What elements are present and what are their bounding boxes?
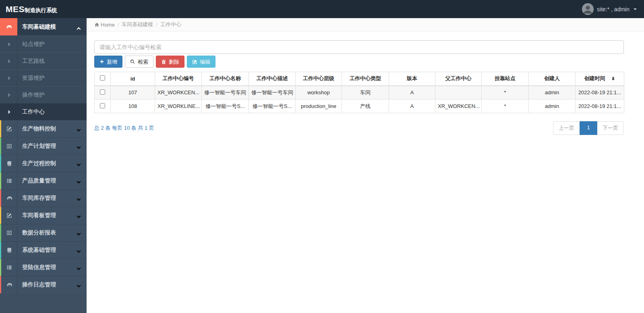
top-navbar: MES制造执行系统 site:* , admin <box>0 0 644 18</box>
col-header-version: 版本 <box>389 72 435 86</box>
sidebar-group-operation-log-management[interactable]: 操作日志管理 <box>0 276 87 293</box>
pagination: 总 2 条 每页 10 条 共 1 页 上一页 1 下一页 <box>94 121 624 135</box>
sidebar-item-label: 工作中心 <box>17 108 87 116</box>
home-icon <box>94 22 99 27</box>
select-all-checkbox[interactable] <box>100 75 105 81</box>
trash-icon <box>161 59 166 64</box>
sidebar-group-login-info-management[interactable]: 登陆信息管理 <box>0 259 87 276</box>
col-header-parent: 父工作中心 <box>435 72 482 86</box>
cell-create-time: 2022-08-19 21:1... <box>576 99 624 113</box>
search-input[interactable] <box>94 40 624 54</box>
add-button-label: 新增 <box>107 59 117 64</box>
row-checkbox[interactable] <box>100 103 105 108</box>
col-header-id: id <box>111 72 155 86</box>
cell-type: 产线 <box>342 99 389 113</box>
app-logo-bold: MES <box>6 4 25 14</box>
edit-button[interactable]: 编辑 <box>187 56 215 68</box>
sidebar-item-label: 资源维护 <box>17 75 87 82</box>
dashboard-icon <box>1 276 17 293</box>
search-button[interactable]: 检索 <box>125 56 153 68</box>
sidebar-item-work-center[interactable]: 工作中心 <box>0 103 87 120</box>
user-menu[interactable]: site:* , admin <box>582 3 637 15</box>
avatar <box>582 3 594 15</box>
breadcrumb-level2: 工作中心 <box>160 21 181 28</box>
delete-button[interactable]: 删除 <box>156 56 184 68</box>
next-page-button[interactable]: 下一页 <box>597 121 624 135</box>
cell-type: 车间 <box>342 86 389 99</box>
sidebar-group-label: 生产计划管理 <box>17 143 77 150</box>
sidebar-group-production-material-control[interactable]: 生产物料控制 <box>0 120 87 137</box>
table-row[interactable]: 108 XR_WORKLINE... 修一智能一号S... 修一智能一号S...… <box>95 99 624 113</box>
search-button-label: 检索 <box>138 59 148 64</box>
edit-icon <box>1 120 17 137</box>
plus-icon <box>99 59 104 64</box>
sidebar-group-system-base-management[interactable]: 系统基础管理 <box>0 241 87 259</box>
sidebar-group-production-process-control[interactable]: 生产过程控制 <box>0 155 87 172</box>
pin-icon[interactable] <box>611 77 615 81</box>
caret-down-icon <box>634 8 637 10</box>
cell-level: production_line <box>296 99 342 113</box>
cell-id: 107 <box>111 86 155 99</box>
sidebar-item-site-maintenance[interactable]: 站点维护 <box>0 35 87 52</box>
content-panel: 新增 检索 删除 编辑 <box>87 31 644 135</box>
page-1-button[interactable]: 1 <box>580 121 597 135</box>
chevron-down-icon <box>77 160 80 167</box>
cell-parent: XR_WORKCEN... <box>435 99 482 113</box>
app-logo-subtitle: 制造执行系统 <box>25 7 57 14</box>
edit-square-icon <box>192 59 197 64</box>
app-logo[interactable]: MES制造执行系统 <box>6 4 57 14</box>
sidebar-item-process-route[interactable]: 工艺路线 <box>0 52 87 69</box>
sidebar-item-operation-maintenance[interactable]: 操作维护 <box>0 86 87 103</box>
chevron-down-icon <box>77 247 80 254</box>
col-header-level: 工作中心层级 <box>296 72 342 86</box>
sidebar-group-workshop-kanban-management[interactable]: 车间看板管理 <box>0 207 87 224</box>
breadcrumb-home[interactable]: Home <box>94 22 115 28</box>
sidebar-group-workshop-inventory-management[interactable]: 车间库存管理 <box>0 189 87 207</box>
col-header-create-time: 创建时间 <box>576 72 624 86</box>
col-header-description: 工作中心描述 <box>249 72 296 86</box>
sidebar-group-label: 登陆信息管理 <box>17 264 77 271</box>
pagination-summary: 总 2 条 每页 10 条 共 1 页 <box>94 121 154 132</box>
row-checkbox[interactable] <box>100 89 105 95</box>
sidebar-group-label: 生产过程控制 <box>17 160 77 167</box>
chevron-down-icon <box>77 212 80 219</box>
cell-version: A <box>389 99 435 113</box>
edit-button-label: 编辑 <box>200 59 210 64</box>
sidebar-group-label: 操作日志管理 <box>17 281 77 288</box>
breadcrumb-separator: / <box>118 22 119 28</box>
breadcrumb-level1[interactable]: 车间基础建模 <box>122 21 153 28</box>
chevron-down-icon <box>77 125 80 133</box>
main-content: Home / 车间基础建模 / 工作中心 新增 检索 删除 编辑 <box>87 18 644 313</box>
col-header-type: 工作中心类型 <box>342 72 389 86</box>
chevron-up-icon <box>77 23 80 31</box>
chevron-right-icon <box>0 104 17 120</box>
sidebar-group-data-analysis-report[interactable]: 数据分析报表 <box>0 224 87 241</box>
chevron-down-icon <box>77 229 80 236</box>
sidebar-group-workshop-base-modeling[interactable]: 车间基础建模 <box>0 18 87 35</box>
chevron-down-icon <box>77 177 80 184</box>
prev-page-button[interactable]: 上一页 <box>553 121 580 135</box>
table-row[interactable]: 107 XR_WORKCEN... 修一智能一号车间 修一智能一号车间 work… <box>95 86 624 99</box>
list-icon <box>1 172 17 189</box>
cell-parent <box>435 86 482 99</box>
columns-icon <box>1 224 17 241</box>
col-header-name: 工作中心名称 <box>202 72 249 86</box>
sidebar-group-label: 车间看板管理 <box>17 212 77 219</box>
sidebar-group-product-quality-management[interactable]: 产品质量管理 <box>0 172 87 189</box>
col-header-station: 挂靠站点 <box>482 72 529 86</box>
columns-icon <box>1 138 17 155</box>
sidebar-item-resource-maintenance[interactable]: 资源维护 <box>0 69 87 86</box>
delete-button-label: 删除 <box>169 59 179 64</box>
cell-station: * <box>482 99 529 113</box>
pagination-controls: 上一页 1 下一页 <box>553 121 624 135</box>
breadcrumb-separator: / <box>156 22 157 28</box>
col-header-code: 工作中心编号 <box>155 72 202 86</box>
add-button[interactable]: 新增 <box>94 56 122 68</box>
table-header-row: id 工作中心编号 工作中心名称 工作中心描述 工作中心层级 工作中心类型 版本… <box>95 72 624 86</box>
cell-creator: admin <box>529 99 576 113</box>
breadcrumb-home-label: Home <box>101 22 115 28</box>
toolbar: 新增 检索 删除 编辑 <box>94 56 624 68</box>
chevron-down-icon <box>77 195 80 202</box>
sidebar-group-production-plan-management[interactable]: 生产计划管理 <box>0 137 87 155</box>
dashboard-icon <box>0 18 17 35</box>
